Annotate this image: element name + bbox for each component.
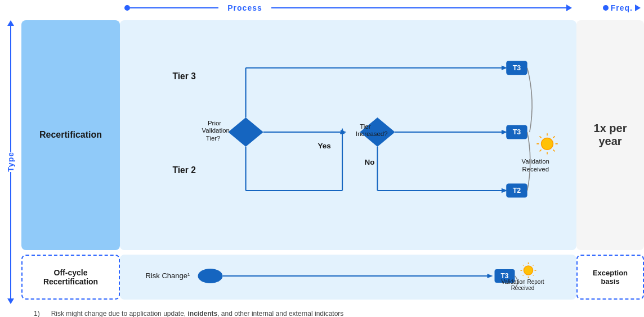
process-arrow-left-dot — [124, 5, 130, 11]
risk-change-pill — [198, 269, 223, 283]
vr-ray7 — [523, 275, 524, 276]
validation-received-text1: Validation — [522, 158, 549, 165]
validation-received-text2: Received — [522, 166, 549, 173]
freq-label: Freq. — [611, 3, 633, 12]
vr-ray6 — [533, 275, 534, 276]
process-arrow-line-right — [271, 7, 566, 8]
freq-arrow-head — [635, 4, 641, 11]
val-report-text1: Validation Report — [502, 279, 544, 285]
vr-ray5 — [523, 265, 524, 266]
freq-main: 1x peryear — [576, 20, 644, 250]
prior-validation-diamond — [228, 117, 263, 147]
offcycle-label: Off-cycleRecertification — [43, 268, 98, 286]
brace-right — [527, 68, 532, 132]
no-label: No — [365, 158, 375, 166]
arrow-offcycle — [488, 274, 493, 278]
type-arrow-down — [7, 298, 14, 304]
process-axis-container: Process — [120, 3, 576, 12]
tier2-text: Tier 2 — [173, 165, 196, 175]
type-label: Type — [6, 152, 15, 172]
type-arrow-line — [10, 26, 11, 152]
type-arrow-up — [7, 20, 14, 26]
freq-col: 1x peryear Exceptionbasis — [576, 16, 644, 304]
freq-dot — [603, 5, 609, 11]
freq-main-value: 1x peryear — [594, 122, 627, 148]
process-arrow-line-left — [130, 7, 218, 8]
flow-area: Tier 3 Tier 2 Prior Validation Tier? — [120, 20, 576, 250]
t3-badge-mid-text: T3 — [513, 128, 521, 136]
tier-inc-label1: Tier — [360, 123, 370, 130]
yes-label: Yes — [317, 142, 330, 150]
process-label: Process — [227, 3, 262, 12]
footer: 1) Risk might change due to application … — [0, 304, 644, 318]
freq-offcycle-value: Exceptionbasis — [593, 269, 628, 286]
axis-row: Process Freq. — [0, 0, 644, 16]
recert-col: Recertification Off-cycleRecertification — [21, 16, 120, 304]
freq-offcycle: Exceptionbasis — [576, 255, 644, 300]
ray5 — [539, 136, 541, 138]
prior-val-label3: Tier? — [206, 135, 221, 142]
type-axis: Type — [0, 16, 21, 304]
t2-badge-text: T2 — [513, 187, 521, 194]
diagram-col: Tier 3 Tier 2 Prior Validation Tier? — [120, 16, 576, 304]
tier-inc-label2: Increased? — [356, 130, 388, 137]
validation-report-icon — [524, 266, 533, 275]
recert-box: Recertification — [21, 20, 120, 250]
prior-val-label2: Validation — [202, 127, 230, 134]
ray8 — [553, 136, 554, 138]
prior-val-label1: Prior — [208, 120, 221, 126]
footer-num: 1) — [34, 310, 40, 318]
offcycle-box: Off-cycleRecertification — [21, 255, 120, 300]
vr-ray8 — [533, 265, 534, 266]
ray6 — [553, 150, 554, 151]
flow-svg: Tier 3 Tier 2 Prior Validation Tier? — [120, 20, 576, 250]
val-report-text2: Received — [511, 285, 535, 291]
validation-received-icon — [542, 138, 553, 150]
main-content-row: Type Recertification Off-cycleRecertific… — [0, 16, 644, 304]
footer-text: Risk might change due to application upd… — [51, 310, 344, 318]
risk-change-label: Risk Change¹ — [146, 271, 190, 280]
freq-axis-container: Freq. — [576, 3, 644, 12]
tier3-text: Tier 3 — [173, 71, 196, 81]
offcycle-area: Risk Change¹ T3 — [120, 255, 576, 300]
t3-badge-top-text: T3 — [513, 64, 521, 72]
ray7 — [539, 150, 541, 151]
type-arrow-line2 — [10, 172, 11, 298]
process-arrow-head — [566, 4, 572, 11]
offcycle-svg: Risk Change¹ T3 — [120, 255, 576, 300]
page-container: Process Freq. Type Recertification Off-c… — [0, 0, 644, 317]
